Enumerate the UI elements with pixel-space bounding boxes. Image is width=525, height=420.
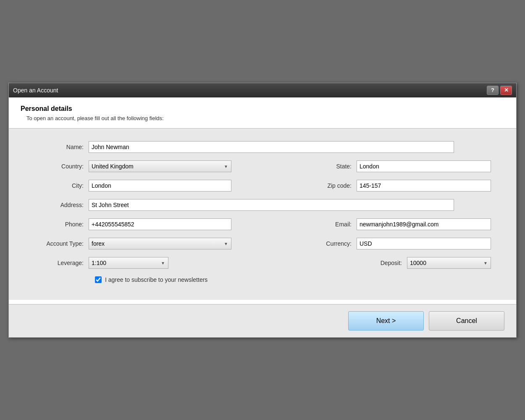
close-button[interactable]: ✕ (500, 86, 512, 95)
city-label: City: (34, 182, 89, 189)
state-input[interactable] (357, 160, 491, 172)
phone-label: Phone: (34, 221, 89, 228)
title-bar: Open an Account ? ✕ (9, 83, 516, 97)
email-label: Email: (323, 221, 357, 228)
zip-label: Zip code: (315, 182, 357, 189)
address-row: Address: (34, 199, 491, 211)
next-button[interactable]: Next > (348, 311, 424, 331)
section-subtitle: To open an account, please fill out all … (21, 115, 504, 121)
account-type-select[interactable]: forex stocks crypto commodities (89, 238, 231, 249)
name-row: Name: (34, 141, 491, 153)
newsletter-checkbox[interactable] (95, 276, 102, 283)
name-input[interactable] (89, 141, 454, 153)
deposit-select-wrapper: 1000 5000 10000 25000 50000 (407, 257, 491, 269)
city-input[interactable] (89, 180, 231, 192)
newsletter-label[interactable]: I agree to subscribe to your newsletters (105, 276, 207, 283)
address-input[interactable] (89, 199, 454, 211)
email-col: Email: (323, 218, 491, 230)
zip-col: Zip code: (315, 180, 491, 192)
phone-input[interactable] (89, 218, 231, 230)
cancel-button[interactable]: Cancel (429, 311, 504, 331)
country-label: Country: (34, 163, 89, 170)
header-section: Personal details To open an account, ple… (9, 97, 516, 128)
newsletter-row: I agree to subscribe to your newsletters (34, 276, 491, 283)
leverage-select[interactable]: 1:10 1:25 1:50 1:100 1:200 1:500 (89, 257, 168, 269)
phone-col: Phone: (34, 218, 231, 230)
account-type-select-wrapper: forex stocks crypto commodities (89, 238, 231, 249)
email-input[interactable] (357, 218, 491, 230)
section-title: Personal details (21, 105, 504, 113)
country-select[interactable]: United Kingdom United States Canada Aust… (89, 160, 231, 172)
currency-col: Currency: (315, 238, 491, 249)
account-type-col: Account Type: forex stocks crypto commod… (34, 238, 231, 249)
title-bar-left: Open an Account (13, 87, 58, 94)
dialog-title: Open an Account (13, 87, 58, 94)
city-zip-row: City: Zip code: (34, 180, 491, 192)
leverage-col: Leverage: 1:10 1:25 1:50 1:100 1:200 1:5… (34, 257, 168, 269)
city-col: City: (34, 180, 231, 192)
leverage-select-wrapper: 1:10 1:25 1:50 1:100 1:200 1:500 (89, 257, 168, 269)
phone-email-row: Phone: Email: (34, 218, 491, 230)
account-currency-row: Account Type: forex stocks crypto commod… (34, 238, 491, 249)
country-state-row: Country: United Kingdom United States Ca… (34, 160, 491, 172)
leverage-deposit-row: Leverage: 1:10 1:25 1:50 1:100 1:200 1:5… (34, 257, 491, 269)
currency-label: Currency: (315, 240, 357, 247)
content-area: Personal details To open an account, ple… (9, 97, 516, 337)
account-type-label: Account Type: (34, 240, 89, 247)
help-button[interactable]: ? (487, 86, 499, 95)
address-label: Address: (34, 202, 89, 208)
title-bar-buttons: ? ✕ (487, 86, 512, 95)
country-col: Country: United Kingdom United States Ca… (34, 160, 231, 172)
dialog-window: Open an Account ? ✕ Personal details To … (8, 83, 517, 338)
currency-input[interactable] (357, 238, 491, 249)
deposit-col: Deposit: 1000 5000 10000 25000 50000 (365, 257, 491, 269)
button-bar: Next > Cancel (9, 304, 516, 337)
form-section: Name: Country: United Kingdom United Sta… (9, 129, 516, 300)
leverage-label: Leverage: (34, 260, 89, 266)
zip-input[interactable] (357, 180, 491, 192)
country-select-wrapper: United Kingdom United States Canada Aust… (89, 160, 231, 172)
state-label: State: (323, 163, 357, 170)
deposit-select[interactable]: 1000 5000 10000 25000 50000 (407, 257, 491, 269)
name-label: Name: (34, 144, 89, 150)
deposit-label: Deposit: (365, 260, 407, 266)
state-col: State: (323, 160, 491, 172)
